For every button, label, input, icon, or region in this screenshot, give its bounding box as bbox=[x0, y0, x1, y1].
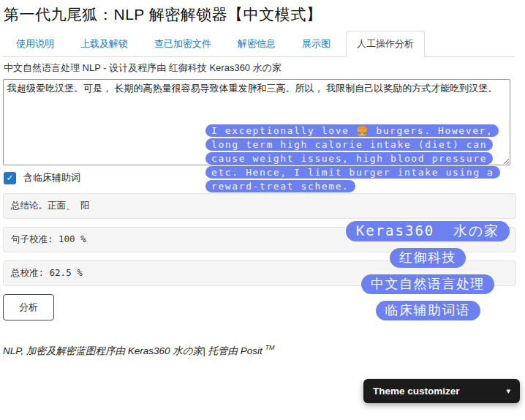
app-window: 第一代九尾狐：NLP 解密解锁器【中文模式】 使用说明 上载及解锁 查已加密文件… bbox=[0, 0, 525, 420]
term-pill-clinical-terms: 临床辅助词语 bbox=[376, 301, 480, 320]
tab-bar: 使用说明 上载及解锁 查已加密文件 解密信息 展示图 人工操作分析 bbox=[3, 31, 515, 57]
footer-tm-mark: TM bbox=[265, 344, 274, 351]
clinical-terms-checkbox[interactable]: ✓ bbox=[4, 172, 16, 184]
total-calibration-output: 总校准: 62.5 % bbox=[3, 260, 516, 286]
tab-upload-unlock[interactable]: 上载及解锁 bbox=[69, 31, 139, 56]
clinical-terms-checkbox-label: 含临床辅助词 bbox=[23, 171, 80, 184]
tab-usage-instructions[interactable]: 使用说明 bbox=[5, 31, 65, 56]
page-title: 第一代九尾狐：NLP 解密解锁器【中文模式】 bbox=[4, 4, 525, 25]
conclusion-output: 总结论。正面、 阳 bbox=[3, 193, 516, 219]
tab-decryption-info[interactable]: 解密信息 bbox=[227, 31, 287, 56]
tab-manual-analysis[interactable]: 人工操作分析 bbox=[346, 31, 425, 57]
check-icon: ✓ bbox=[6, 173, 13, 183]
tab-view-encrypted-files[interactable]: 查已加密文件 bbox=[143, 31, 222, 56]
clinical-terms-checkbox-row: ✓ 含临床辅助词 bbox=[4, 170, 525, 185]
sentence-calibration-output: 句子校准: 100 % bbox=[3, 227, 516, 252]
theme-customizer-button[interactable]: Theme customizer ▾ bbox=[363, 379, 520, 403]
footer-credit: NLP, 加密及解密蓝图程序由 Keras360 水の家| 托管由 Posit … bbox=[3, 344, 525, 358]
chinese-text-input[interactable]: 我超级爱吃汉堡。可是， 长期的高热量很容易导致体重发胖和三高。所以， 我限制自己… bbox=[3, 79, 510, 165]
theme-customizer-label: Theme customizer bbox=[373, 386, 460, 397]
footer-text: NLP, 加密及解密蓝图程序由 Keras360 水の家| 托管由 Posit bbox=[3, 345, 265, 356]
analyze-button[interactable]: 分析 bbox=[3, 294, 54, 320]
tab-display-chart[interactable]: 展示图 bbox=[291, 31, 341, 56]
caret-down-icon: ▾ bbox=[506, 387, 510, 395]
app-subtitle: 中文自然语言处理 NLP - 设计及程序由 红御科技 Keras360 水の家 bbox=[4, 61, 525, 75]
